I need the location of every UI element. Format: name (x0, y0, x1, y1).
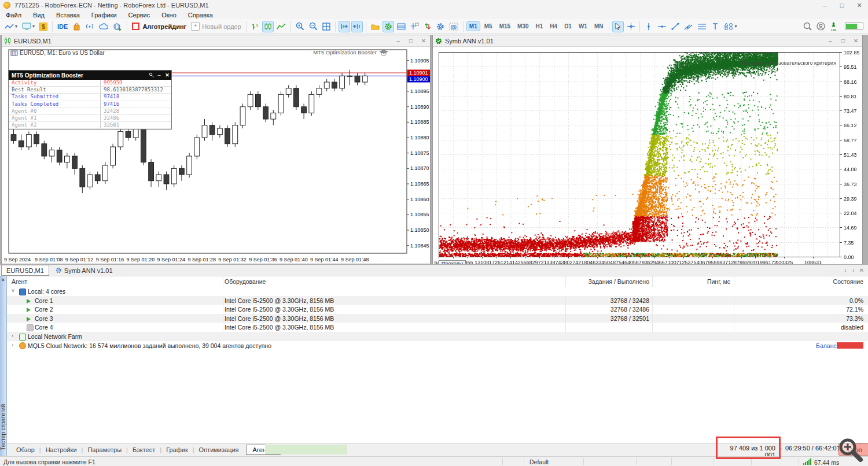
status-profile[interactable]: Default (529, 458, 549, 465)
timeframe-mn[interactable]: MN (591, 21, 606, 31)
auto-scroll-button[interactable] (339, 21, 350, 32)
fibonacci-tool[interactable] (696, 21, 708, 32)
tester-tab-5[interactable]: Оптимизация (194, 445, 244, 454)
cursor-tool-button[interactable] (612, 21, 624, 32)
tester-tab-2[interactable]: Параметры (83, 445, 126, 454)
timeframe-w1[interactable]: W1 (576, 21, 590, 31)
timeframe-m15[interactable]: M15 (496, 21, 513, 31)
booster-minimize-button[interactable]: – (155, 72, 163, 78)
candles-chart-button[interactable] (262, 21, 274, 32)
expand-arrow-icon[interactable]: › (12, 333, 13, 339)
child-restore-button[interactable]: □ (837, 36, 849, 46)
tabs-scroll-left-button[interactable]: ‹ (841, 267, 849, 273)
column-header-2[interactable]: Задания / Выполнено (566, 278, 649, 285)
column-header-0[interactable]: Агент (12, 278, 220, 285)
timeframe-d1[interactable]: D1 (561, 21, 575, 31)
agent-row[interactable]: ˅Local: 4 cores (7, 287, 868, 296)
expert-gear-icon (435, 38, 442, 45)
market-bag-button[interactable] (71, 21, 82, 32)
web-terminal-button[interactable] (112, 21, 124, 32)
booster-panel-title-bar[interactable]: MT5 Optimization Booster – ✕ (9, 71, 171, 80)
chart-window-title-bar[interactable]: EURUSD,M1 – □ ✕ (2, 35, 430, 47)
timeframe-m1[interactable]: M1 (466, 21, 480, 31)
agent-row[interactable]: ›Local Network Farm (7, 332, 868, 341)
chart-tab-0[interactable]: EURUSD,M1 (1, 265, 49, 276)
child-minimize-button[interactable]: – (392, 36, 404, 46)
tester-tab-3[interactable]: Бэктест (128, 445, 160, 454)
shapes-tool[interactable]: ▾ (722, 21, 738, 32)
depth-of-market-button[interactable] (422, 21, 433, 32)
child-minimize-button[interactable]: – (824, 36, 837, 46)
tabs-scroll-right-button[interactable]: › (849, 267, 858, 273)
text-tool[interactable] (709, 21, 721, 32)
tester-tab-1[interactable]: Настройки (41, 445, 82, 454)
tile-windows-button[interactable] (321, 21, 332, 32)
child-restore-button[interactable]: □ (404, 36, 417, 46)
channel-tool[interactable] (682, 21, 694, 32)
account-button[interactable] (815, 21, 827, 32)
child-close-button[interactable]: ✕ (849, 36, 862, 46)
trendline-tool[interactable] (670, 21, 681, 32)
menu-item-0[interactable]: Файл (0, 12, 27, 19)
lvl-indicator[interactable]: LVL (828, 21, 840, 32)
minimize-button[interactable]: – (816, 0, 833, 10)
timeframe-h4[interactable]: H4 (547, 21, 560, 31)
timeframe-m5[interactable]: M5 (481, 21, 495, 31)
close-button[interactable]: ✕ (851, 0, 868, 10)
timeframe-h1[interactable]: H1 (533, 21, 546, 31)
zoom-in-button[interactable] (294, 21, 306, 32)
agent-row[interactable]: Core 3Intel Core i5-2500 @ 3.30GHz, 8156… (7, 314, 868, 323)
vertical-line-tool[interactable] (643, 21, 654, 32)
timeframe-m30[interactable]: M30 (514, 21, 531, 31)
screenshot-button[interactable] (447, 21, 460, 32)
optimization-scatter-plot[interactable] (433, 47, 862, 264)
history-folder-button[interactable] (369, 21, 381, 32)
expand-arrow-icon[interactable]: › (12, 342, 13, 348)
chart-shift-button[interactable] (351, 21, 363, 32)
search-button[interactable] (801, 21, 814, 32)
tabs-close-button[interactable]: ✕ (858, 267, 866, 273)
menu-item-1[interactable]: Вид (27, 12, 50, 19)
cloud-button[interactable] (97, 21, 111, 32)
menu-item-6[interactable]: Справка (182, 12, 219, 19)
menu-item-3[interactable]: Графики (86, 12, 123, 19)
ide-button[interactable]: IDE (56, 21, 69, 32)
crosshair-window-button[interactable] (409, 21, 421, 32)
algo-trading-button[interactable]: Алготрейдинг (130, 21, 188, 32)
column-header-4[interactable]: Состояние (735, 278, 863, 285)
data-window-button[interactable] (395, 21, 407, 32)
menu-item-2[interactable]: Вставка (50, 12, 86, 19)
horizontal-line-tool[interactable] (656, 21, 668, 32)
agent-row[interactable]: Core 1Intel Core i5-2500 @ 3.30GHz, 8156… (7, 296, 868, 305)
zoom-out-button[interactable] (307, 21, 319, 32)
column-header-1[interactable]: Оборудование (225, 278, 549, 285)
new-order-button[interactable]: +Новый ордер (189, 21, 243, 32)
booster-close-button[interactable]: ✕ (163, 72, 171, 78)
connection-status[interactable]: 67.44 ms (803, 458, 839, 466)
signals-button[interactable] (83, 21, 96, 32)
menu-item-5[interactable]: Окно (156, 12, 182, 19)
tester-close-button[interactable]: ✕ (1, 278, 5, 283)
pin-icon[interactable] (147, 72, 155, 79)
expert-settings-button[interactable] (382, 21, 394, 32)
optimization-window-title-bar[interactable]: Symb ANN v1.01 – □ ✕ (433, 35, 862, 47)
restore-button[interactable]: □ (833, 0, 851, 10)
child-close-button[interactable]: ✕ (417, 36, 430, 46)
tester-tab-0[interactable]: Обзор (12, 445, 39, 454)
crosshair-tool-button[interactable] (625, 21, 637, 32)
bars-chart-button[interactable]: 1 (249, 21, 261, 32)
line-chart-button[interactable] (275, 21, 288, 32)
agent-row[interactable]: ›MQL5 Cloud Network: 16 574 миллионов за… (7, 341, 868, 350)
options-gear-button[interactable] (435, 21, 446, 32)
tester-tab-4[interactable]: График (161, 445, 193, 454)
chart-mode-button[interactable]: ▾ (3, 21, 19, 32)
market-watch-button[interactable]: $ (38, 21, 49, 32)
column-header-3[interactable]: Пинг, мс (654, 278, 730, 285)
collapse-arrow-icon[interactable]: ˅ (12, 288, 14, 294)
agent-row[interactable]: Core 4Intel Core i5-2500 @ 3.30GHz, 8156… (7, 323, 868, 332)
profiles-button[interactable]: ▾ (20, 21, 36, 32)
menu-item-4[interactable]: Сервис (123, 12, 156, 19)
chart-tab-1[interactable]: Symb ANN v1.01 (50, 265, 118, 276)
agent-row[interactable]: Core 2Intel Core i5-2500 @ 3.30GHz, 8156… (7, 305, 868, 314)
passes-axis-tab[interactable]: Проходы (439, 260, 466, 264)
